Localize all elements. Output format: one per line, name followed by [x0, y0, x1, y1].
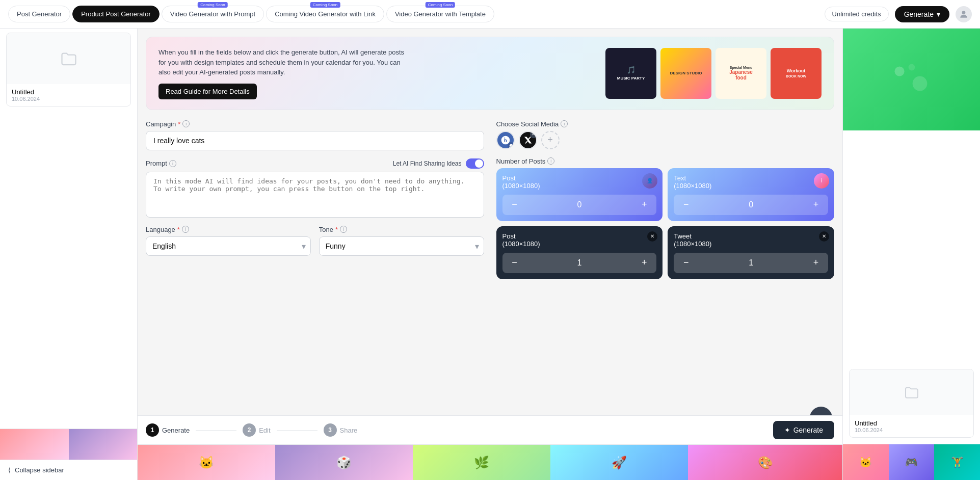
- chevron-down-icon: ▾: [937, 10, 940, 18]
- user-avatar[interactable]: [956, 6, 972, 22]
- social-info-icon[interactable]: i: [561, 120, 568, 127]
- post-card-4-remove[interactable]: ✕: [819, 231, 829, 242]
- increment-2-button[interactable]: +: [810, 199, 822, 211]
- campaign-label: Campagin * i: [146, 120, 484, 128]
- tone-select[interactable]: Funny Serious Casual: [319, 236, 484, 256]
- decrement-1-button[interactable]: −: [509, 199, 521, 211]
- campaign-input[interactable]: [146, 131, 484, 150]
- coming-soon-badge-2: Coming Soon: [310, 2, 340, 8]
- tab-product-post-generator[interactable]: Product Post Generator: [72, 6, 160, 22]
- svg-point-1: [894, 66, 904, 76]
- generate-nav-button[interactable]: Generate ▾: [895, 6, 949, 22]
- sidebar-thumbs: [0, 429, 137, 460]
- bottom-thumb-5: 🎨: [688, 445, 842, 480]
- main-layout: Untitled 10.06.2024 ⟨ Collapse sidebar W…: [0, 29, 980, 480]
- campaign-info-icon[interactable]: i: [182, 120, 190, 127]
- folder-name: Untitled: [12, 88, 125, 96]
- decrement-4-button[interactable]: −: [680, 257, 692, 269]
- campaign-field-group: Campagin * i: [146, 120, 484, 150]
- step-1-circle: 1: [146, 423, 159, 437]
- decrement-3-button[interactable]: −: [509, 257, 521, 269]
- banner-description: When you fill in the fields below and cl…: [158, 47, 413, 77]
- tab-video-prompt[interactable]: Coming Soon Video Generator with Prompt: [162, 6, 264, 22]
- center-content: When you fill in the fields below and cl…: [138, 29, 842, 480]
- posts-info-icon[interactable]: i: [547, 157, 554, 165]
- counter-row-2: − 0 +: [674, 195, 828, 215]
- post-card-3: ✕ Post(1080×1080) − 1 +: [496, 226, 663, 279]
- post-card-4: ✕ Tweet(1080×1080) − 1 +: [668, 226, 834, 279]
- social-badge-1: [508, 142, 515, 149]
- social-remove-icon[interactable]: ✕: [530, 131, 537, 138]
- posts-grid: 👤 Post(1080×1080) − 0 +: [496, 168, 835, 279]
- social-row: ✕ +: [496, 131, 835, 149]
- right-folder-name: Untitled: [855, 419, 968, 427]
- language-group: Language * i English Japanese Spanish ▾: [146, 226, 311, 256]
- folder-date: 10.06.2024: [12, 96, 125, 102]
- bottom-thumb-1: 🐱: [138, 445, 275, 480]
- counter-row-3: − 1 +: [502, 253, 657, 273]
- post-card-3-remove[interactable]: ✕: [647, 231, 657, 242]
- tone-info-icon[interactable]: i: [340, 226, 347, 233]
- social-media-label: Choose Social Media i: [496, 120, 835, 128]
- right-folder-date: 10.06.2024: [855, 427, 968, 433]
- unlimited-credits-button[interactable]: Unlimited credits: [825, 7, 889, 21]
- add-social-button[interactable]: +: [541, 131, 560, 149]
- language-select[interactable]: English Japanese Spanish: [146, 236, 311, 256]
- step-2: 2 Edit: [243, 423, 270, 437]
- coming-soon-badge-3: Coming Soon: [426, 2, 455, 8]
- post-card-4-title: Tweet(1080×1080): [674, 232, 828, 248]
- right-thumb-2: 🎮: [889, 444, 935, 480]
- form-left: Campagin * i Prompt i Let AI Find: [146, 120, 484, 279]
- tab-video-template[interactable]: Coming Soon Video Generator with Templat…: [386, 6, 494, 22]
- banner-img-japanese: Special Menu Japanese food: [716, 48, 766, 99]
- post-card-2: i Text(1080×1080) − 0 +: [668, 168, 834, 221]
- right-folder-info: Untitled 10.06.2024: [850, 415, 973, 437]
- thumb-1: [0, 429, 69, 460]
- increment-1-button[interactable]: +: [638, 199, 650, 211]
- right-thumb-1: 🐱: [843, 444, 889, 480]
- prompt-textarea[interactable]: [146, 172, 484, 218]
- required-star: *: [178, 120, 180, 128]
- post-card-1: 👤 Post(1080×1080) − 0 +: [496, 168, 663, 221]
- read-guide-button[interactable]: Read Guide for More Details: [158, 84, 257, 99]
- tab-video-link[interactable]: Coming Soon Coming Video Generator with …: [266, 6, 384, 22]
- folder-item[interactable]: Untitled 10.06.2024: [6, 33, 131, 106]
- social-avatar-1[interactable]: [496, 131, 515, 149]
- bottom-thumb-3: 🌿: [413, 445, 550, 480]
- prompt-info-icon[interactable]: i: [169, 160, 176, 167]
- right-folder-preview: [850, 369, 973, 415]
- nav-right: Unlimited credits Generate ▾: [825, 6, 972, 22]
- ai-toggle[interactable]: [466, 158, 484, 169]
- right-bottom-strip: 🐱 🎮 🏋️: [843, 444, 980, 480]
- step-3: 3 Share: [324, 423, 358, 437]
- banner-img-design: DESIGN STUDIO: [660, 48, 711, 99]
- folder-preview: [7, 33, 130, 84]
- green-decoration: [843, 29, 980, 130]
- steps-row: 1 Generate 2 Edit 3 Share ✦ Generate: [138, 416, 842, 444]
- svg-point-0: [962, 11, 966, 14]
- right-panel-top: [843, 29, 980, 363]
- increment-4-button[interactable]: +: [810, 257, 822, 269]
- increment-3-button[interactable]: +: [638, 257, 650, 269]
- post-card-1-title: Post(1080×1080): [502, 174, 657, 190]
- social-avatar-2[interactable]: ✕: [519, 131, 537, 149]
- tab-post-generator[interactable]: Post Generator: [8, 6, 70, 22]
- language-info-icon[interactable]: i: [182, 226, 189, 233]
- step-2-circle: 2: [243, 423, 256, 437]
- tab-list: Post Generator Product Post Generator Co…: [8, 6, 494, 22]
- step-line-2: [277, 430, 317, 431]
- tone-select-wrapper: Funny Serious Casual ▾: [319, 236, 484, 256]
- right-folder-item[interactable]: Untitled 10.06.2024: [849, 369, 974, 438]
- right-thumb-3: 🏋️: [934, 444, 980, 480]
- bottom-bar: 1 Generate 2 Edit 3 Share ✦ Generate 🐱 🎲…: [138, 415, 842, 480]
- generate-final-button[interactable]: ✦ Generate: [773, 421, 834, 439]
- right-panel: Untitled 10.06.2024 🐱 🎮 🏋️: [842, 29, 980, 480]
- counter-value-2: 0: [749, 200, 753, 209]
- form-right: Choose Social Media i ✕: [496, 120, 835, 279]
- collapse-sidebar-button[interactable]: ⟨ Collapse sidebar: [0, 460, 137, 480]
- language-select-wrapper: English Japanese Spanish ▾: [146, 236, 311, 256]
- sparkle-icon: ✦: [784, 426, 790, 434]
- decrement-2-button[interactable]: −: [680, 199, 692, 211]
- form-section: Campagin * i Prompt i Let AI Find: [146, 120, 834, 279]
- counter-value-4: 1: [749, 258, 753, 268]
